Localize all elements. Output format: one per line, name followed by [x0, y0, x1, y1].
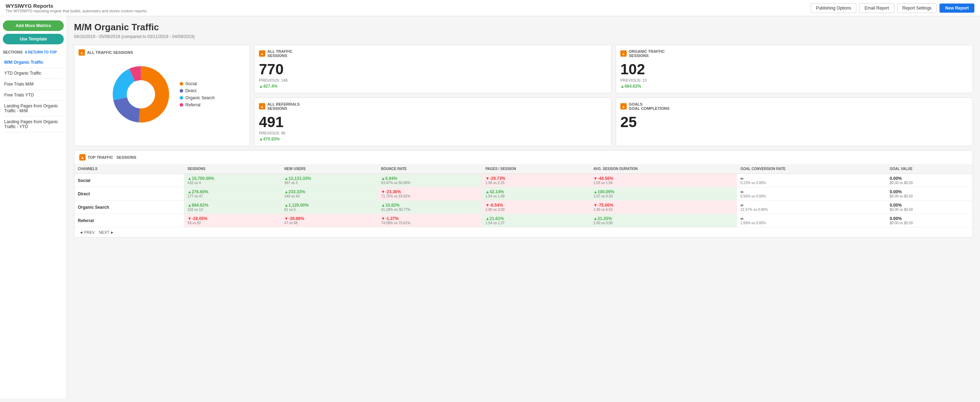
- use-template-button[interactable]: Use Template: [3, 34, 64, 44]
- stat-previous-organic: PREVIOUS: 13: [620, 78, 968, 83]
- stat-card-referrals-header: ▲ ALL REFERRALS SESSIONS: [259, 102, 607, 111]
- legend-dot-direct: [180, 89, 183, 92]
- return-to-top-link[interactable]: A RETURN TO TOP: [25, 50, 57, 54]
- legend-social: Social: [180, 81, 215, 86]
- goals-icon: ▲: [620, 103, 627, 110]
- cell-main-value: ▲684.62%: [188, 203, 277, 208]
- stat-card-all-traffic: ▲ ALL TRAFFIC SESSIONS 770 PREVIOUS: 146…: [255, 45, 611, 93]
- table-cell: 0.00%$0.00 vs $0.00: [886, 174, 973, 187]
- cell-sub-value: 61 vs 5: [284, 208, 374, 211]
- cell-sub-value: 21.57% vs 0.00%: [740, 208, 883, 211]
- header-right: Publishing Options Email Report Report S…: [811, 3, 974, 13]
- cell-sub-value: 177 vs 47: [188, 194, 277, 198]
- cell-main-value: 0.00%: [890, 176, 969, 181]
- cell-sub-value: 1.54 vs 1.09: [485, 194, 587, 198]
- table-cell: 0.00%$0.00 vs $0.00: [886, 187, 973, 201]
- cell-sub-value: 47 vs 68: [284, 221, 374, 225]
- svg-point-4: [127, 80, 155, 108]
- new-report-button[interactable]: New Report: [940, 3, 974, 13]
- stat-title-goals-2: GOAL COMPLETIONS: [629, 106, 669, 111]
- stat-card-organic-header: ▲ ORGANIC TRAFFIC SESSIONS: [620, 49, 968, 58]
- legend-dot-organic: [180, 96, 183, 100]
- table-cell: ▲276.60%177 vs 47: [184, 187, 281, 201]
- stat-row-top: ▲ ALL TRAFFIC SESSIONS 770 PREVIOUS: 146…: [255, 45, 973, 93]
- sidebar-nav-item-2[interactable]: Free Trials M/M: [3, 79, 64, 90]
- top-traffic-title-2: SESSIONS: [116, 155, 136, 159]
- top-traffic-table: CHANNELS SESSIONS NEW USERS BOUNCE RATE …: [74, 164, 973, 227]
- report-date-range: 04/10/2019 - 05/09/2019 (compared to 03/…: [74, 34, 973, 39]
- add-metrics-button[interactable]: Add More Metrics: [3, 21, 64, 31]
- legend-label-social: Social: [185, 81, 197, 86]
- cell-main-value: ▲33.82%: [381, 203, 478, 208]
- cell-sub-value: $0.00 vs $0.00: [890, 221, 969, 225]
- stat-change-organic: ▲684.62%: [620, 84, 968, 89]
- cell-main-value: ▲1,120.00%: [284, 203, 374, 208]
- table-cell: ▲12,133.33%367 vs 3: [281, 174, 378, 187]
- stat-value-goals: 25: [620, 115, 968, 130]
- cell-sub-value: 1:07 vs 0:33: [593, 194, 733, 198]
- col-bounce-rate: BOUNCE RATE: [378, 164, 482, 174]
- col-pages-session: PAGES / SESSION: [482, 164, 590, 174]
- table-header-row: CHANNELS SESSIONS NEW USERS BOUNCE RATE …: [74, 164, 973, 174]
- table-cell: ▼-28.05%59 vs 82: [184, 214, 281, 227]
- cell-main-value: ▲12,133.33%: [284, 176, 374, 181]
- table-cell: ▲21.61%1.54 vs 1.27: [482, 214, 590, 227]
- cell-sub-value: $0.00 vs $0.00: [890, 194, 969, 198]
- cell-sub-value: 2.80 vs 3.00: [485, 208, 587, 211]
- cell-main-value: ▲233.33%: [284, 189, 374, 194]
- table-row: Organic Search▲684.62%102 vs 13▲1,120.00…: [74, 201, 973, 214]
- all-traffic-donut-card: ▲ ALL TRAFFIC SESSIONS: [74, 45, 250, 146]
- table-cell: ▼-29.73%1.58 vs 2.25: [482, 174, 590, 187]
- sidebar-nav-item-3[interactable]: Free Trials YTD: [3, 90, 64, 101]
- table-cell: 0.00%$0.00 vs $0.00: [886, 214, 973, 227]
- legend-organic: Organic Search: [180, 95, 215, 100]
- sidebar-nav: M/M Organic TrafficYTD Organic TrafficFr…: [3, 57, 64, 132]
- sidebar-nav-item-1[interactable]: YTD Organic Traffic: [3, 68, 64, 79]
- table-cell: ▲42.14%1.54 vs 1.09: [482, 187, 590, 201]
- table-cell: ▲10,700.00%432 vs 4: [184, 174, 281, 187]
- prev-button[interactable]: ◄ PREV: [79, 230, 95, 234]
- cell-main-value: ▼-75.66%: [593, 203, 733, 208]
- email-report-button[interactable]: Email Report: [859, 3, 894, 13]
- cell-sub-value: 1.54 vs 1.27: [485, 221, 587, 225]
- cell-main-value: ▼-1.37%: [381, 216, 478, 221]
- legend-direct: Direct: [180, 88, 215, 93]
- cell-main-value: ▲6.94%: [381, 176, 478, 181]
- next-button[interactable]: NEXT ►: [99, 230, 114, 234]
- cell-main-value: Direct: [78, 192, 180, 196]
- report-title: M/M Organic Traffic: [74, 22, 973, 33]
- legend-label-direct: Direct: [185, 88, 196, 93]
- legend-dot-referral: [180, 103, 183, 106]
- donut-title-line1: ALL TRAFFIC SESSIONS: [87, 50, 133, 54]
- stat-value-organic: 102: [620, 62, 968, 77]
- cell-sub-value: 0.23% vs 0.00%: [740, 181, 883, 185]
- cell-sub-value: 367 vs 3: [284, 181, 374, 185]
- sidebar-nav-item-4[interactable]: Landing Pages from Organic Traffic - M/M: [3, 101, 64, 116]
- cell-main-value: ▼-44.56%: [593, 176, 733, 181]
- cell-sub-value: $0.00 vs $0.00: [890, 208, 969, 211]
- cell-sub-value: 59 vs 82: [188, 221, 277, 225]
- table-cell: ∞0.56% vs 0.00%: [737, 187, 886, 201]
- cell-main-value: ▲42.14%: [485, 189, 587, 194]
- cell-main-value: 0.00%: [890, 216, 969, 221]
- cell-main-value: 0.00%: [890, 203, 969, 208]
- donut-card-header: ▲ ALL TRAFFIC SESSIONS: [78, 49, 245, 56]
- top-traffic-title-1: TOP TRAFFIC: [88, 155, 113, 159]
- table-cell: ▼-1.37%74.58% vs 75.61%: [378, 214, 482, 227]
- sidebar-nav-item-0[interactable]: M/M Organic Traffic: [3, 57, 64, 68]
- legend-label-referral: Referral: [185, 102, 200, 107]
- table-cell: ∞0.23% vs 0.00%: [737, 174, 886, 187]
- sidebar-nav-item-5[interactable]: Landing Pages from Organic Traffic - YTD: [3, 116, 64, 132]
- cell-main-value: 0.00%: [890, 189, 969, 194]
- stat-title-goals-1: GOALS: [629, 102, 669, 106]
- top-traffic-table-card: ▲ TOP TRAFFIC SESSIONS CHANNELS SESSIONS…: [74, 150, 973, 238]
- report-settings-button[interactable]: Report Settings: [897, 3, 937, 13]
- publishing-options-button[interactable]: Publishing Options: [811, 3, 856, 13]
- stat-title-referrals-2: SESSIONS: [267, 106, 299, 111]
- cell-main-value: ▲100.09%: [593, 189, 733, 194]
- stat-card-referrals: ▲ ALL REFERRALS SESSIONS 491 PREVIOUS: 8…: [255, 97, 611, 146]
- table-cell: ▼-44.56%1:03 vs 1:54: [590, 174, 737, 187]
- table-cell: ∞21.57% vs 0.00%: [737, 201, 886, 214]
- stat-value-referrals: 491: [259, 115, 607, 130]
- cell-main-value: ▲10,700.00%: [188, 176, 277, 181]
